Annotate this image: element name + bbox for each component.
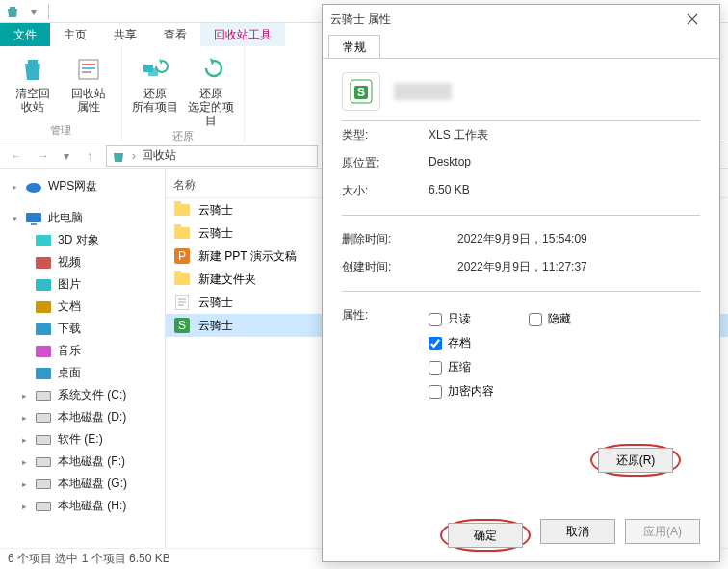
- nav-thispc[interactable]: ▾ 此电脑: [0, 207, 165, 229]
- file-name: 新建文件夹: [198, 272, 256, 288]
- tab-view[interactable]: 查看: [150, 23, 200, 46]
- label: 回收站 属性: [71, 87, 106, 114]
- label: 本地磁盘 (H:): [58, 498, 126, 514]
- svg-rect-11: [36, 279, 51, 291]
- ribbon-group-manage: 清空回 收站 回收站 属性 管理: [0, 46, 122, 142]
- ppt-icon: P: [173, 247, 191, 265]
- address-input[interactable]: › 回收站: [106, 145, 318, 167]
- restore-all-button[interactable]: 还原 所有项目: [130, 50, 180, 127]
- label: 本地磁盘 (F:): [58, 453, 125, 470]
- xls-icon: S: [173, 317, 191, 334]
- attributes-label: 属性:: [342, 307, 429, 323]
- restore-selected-button[interactable]: 还原 选定的项目: [186, 50, 236, 127]
- label: 视频: [58, 254, 81, 271]
- svg-rect-12: [36, 301, 51, 313]
- folder-icon: [35, 278, 52, 292]
- folder-icon: [35, 367, 52, 380]
- empty-recycle-button[interactable]: 清空回 收站: [8, 50, 58, 121]
- dialog-buttons: 确定 取消 应用(A): [323, 509, 719, 561]
- nav-pane: ▸ WPS网盘 ▾ 此电脑 3D 对象视频图片文档下载音乐桌面▸系统文件 (C:…: [0, 169, 166, 555]
- nav-wps[interactable]: ▸ WPS网盘: [0, 175, 165, 197]
- cancel-button[interactable]: 取消: [540, 519, 615, 544]
- dialog-titlebar[interactable]: 云骑士 属性: [323, 5, 719, 34]
- location-label: 原位置:: [342, 155, 429, 171]
- tab-home[interactable]: 主页: [50, 23, 100, 46]
- label: 本地磁盘 (G:): [58, 476, 127, 492]
- file-name: 云骑士: [198, 225, 233, 242]
- readonly-checkbox[interactable]: 只读: [429, 307, 471, 331]
- nav-forward-icon[interactable]: →: [33, 145, 54, 167]
- svg-text:S: S: [357, 86, 365, 99]
- qat-down-icon[interactable]: ▾: [25, 3, 42, 20]
- archive-checkbox[interactable]: 存档: [429, 331, 700, 355]
- nav-item[interactable]: 文档: [0, 296, 165, 318]
- compress-checkbox[interactable]: 压缩: [429, 355, 700, 379]
- nav-item[interactable]: ▸系统文件 (C:): [0, 384, 165, 406]
- label: 还原 所有项目: [132, 87, 178, 114]
- nav-item[interactable]: 桌面: [0, 362, 165, 384]
- svg-rect-10: [36, 257, 51, 269]
- nav-item[interactable]: ▸本地磁盘 (F:): [0, 451, 165, 473]
- svg-rect-9: [36, 235, 51, 246]
- recycle-bin-icon[interactable]: [4, 3, 21, 20]
- nav-item[interactable]: 图片: [0, 273, 165, 296]
- nav-item[interactable]: ▸本地磁盘 (G:): [0, 473, 165, 495]
- tab-recycle-tools[interactable]: 回收站工具: [200, 23, 285, 46]
- nav-up-icon[interactable]: ↑: [79, 145, 100, 167]
- nav-item[interactable]: ▸本地磁盘 (D:): [0, 406, 165, 428]
- nav-item[interactable]: 视频: [0, 251, 165, 273]
- file-name-redacted: [394, 83, 452, 100]
- svg-rect-3: [82, 71, 91, 73]
- nav-item[interactable]: ▸软件 (E:): [0, 428, 165, 451]
- size-label: 大小:: [342, 183, 429, 199]
- nav-item[interactable]: 下载: [0, 318, 165, 340]
- chevron-right-icon: ▸: [19, 502, 29, 511]
- cloud-icon: [25, 180, 42, 194]
- recycle-props-button[interactable]: 回收站 属性: [64, 50, 114, 121]
- nav-item[interactable]: 3D 对象: [0, 229, 165, 251]
- chevron-right-icon: ▸: [19, 391, 29, 401]
- svg-rect-2: [82, 67, 95, 69]
- nav-back-icon[interactable]: ←: [6, 145, 27, 167]
- nav-item[interactable]: 音乐: [0, 340, 165, 362]
- created-value: 2022年9月9日，11:27:37: [457, 259, 587, 275]
- hidden-checkbox[interactable]: 隐藏: [529, 307, 571, 331]
- restore-button[interactable]: 还原(R): [598, 448, 673, 473]
- chevron-down-icon: ▾: [10, 214, 19, 223]
- close-button[interactable]: [673, 6, 712, 33]
- nav-item[interactable]: ▸本地磁盘 (H:): [0, 495, 165, 517]
- ok-button[interactable]: 确定: [448, 523, 523, 548]
- file-name: 云骑士: [198, 202, 233, 219]
- tab-general[interactable]: 常规: [328, 35, 380, 58]
- chevron-right-icon: ›: [132, 149, 136, 163]
- xls-file-icon: S: [342, 72, 380, 111]
- disk-icon: [35, 478, 52, 491]
- group-label: 还原: [172, 127, 194, 145]
- tab-share[interactable]: 共享: [100, 23, 150, 46]
- created-label: 创建时间:: [342, 259, 457, 275]
- text-icon: [173, 294, 191, 311]
- label: WPS网盘: [48, 178, 97, 194]
- breadcrumb-root[interactable]: 回收站: [142, 147, 176, 164]
- label: 清空回 收站: [15, 87, 50, 114]
- properties-dialog: 云骑士 属性 常规 S 类型:XLS 工作表 原位置:Desktop 大小:6.…: [322, 4, 720, 562]
- file-name: 云骑士: [198, 318, 233, 334]
- tab-file[interactable]: 文件: [0, 23, 50, 46]
- apply-button[interactable]: 应用(A): [625, 519, 700, 544]
- svg-rect-13: [36, 323, 51, 335]
- svg-text:S: S: [178, 319, 186, 332]
- chevron-right-icon: ▸: [19, 457, 29, 467]
- disk-icon: [35, 433, 52, 447]
- nav-history-icon[interactable]: ▾: [60, 145, 73, 167]
- encrypt-checkbox[interactable]: 加密内容: [429, 379, 700, 403]
- disk-icon: [35, 411, 52, 425]
- properties-icon: [73, 54, 104, 85]
- svg-rect-7: [26, 213, 41, 222]
- separator: [48, 4, 49, 19]
- file-name: 新建 PPT 演示文稿: [198, 248, 297, 265]
- chevron-right-icon: ▸: [10, 182, 19, 192]
- deleted-label: 删除时间:: [342, 231, 457, 247]
- folder-icon: [173, 271, 191, 288]
- svg-rect-14: [36, 346, 51, 357]
- svg-rect-8: [31, 223, 37, 225]
